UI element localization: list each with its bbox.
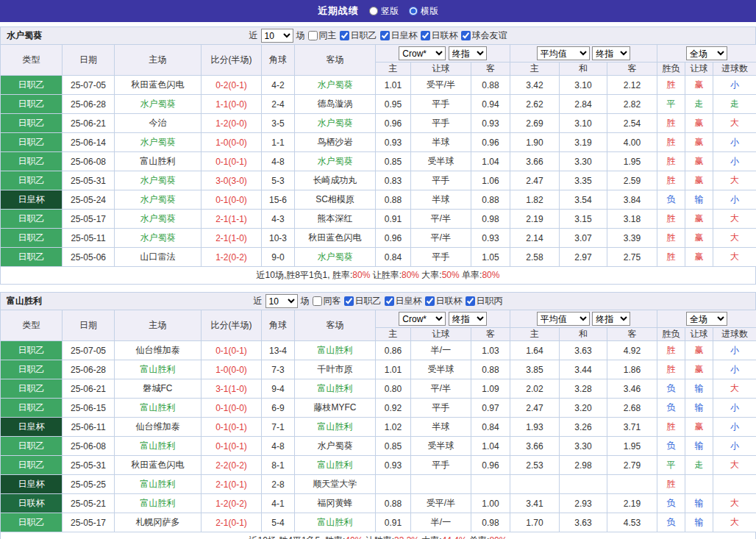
- home-team[interactable]: 水户蜀葵: [115, 95, 202, 114]
- away-team[interactable]: 富山胜利: [295, 379, 376, 399]
- home-team[interactable]: 山口雷法: [115, 248, 202, 267]
- score[interactable]: 2-1(0-1): [202, 513, 262, 532]
- home-team[interactable]: 仙台维加泰: [115, 341, 202, 360]
- filter-checkbox[interactable]: 日皇杯: [380, 29, 418, 42]
- home-team[interactable]: 水户蜀葵: [115, 190, 202, 210]
- avg-odds-select[interactable]: 平均值: [537, 46, 590, 60]
- home-team[interactable]: 水户蜀葵: [115, 229, 202, 248]
- away-team[interactable]: 顺天堂大学: [295, 475, 376, 494]
- score[interactable]: 3-1(1-0): [202, 379, 262, 399]
- away-team[interactable]: 富山胜利: [295, 456, 376, 475]
- filter-checkbox[interactable]: 同客: [313, 295, 341, 307]
- avg-time-select[interactable]: 终指: [592, 312, 630, 326]
- odds-source-select[interactable]: Crow*: [399, 46, 446, 60]
- score[interactable]: 0-2(0-1): [202, 76, 262, 95]
- checkbox-input[interactable]: [421, 31, 430, 40]
- checkbox-input[interactable]: [344, 296, 354, 306]
- home-team[interactable]: 富山胜利: [115, 437, 202, 456]
- score[interactable]: 1-2(0-0): [202, 114, 262, 133]
- checkbox-input[interactable]: [461, 31, 471, 40]
- checkbox-input[interactable]: [385, 296, 394, 306]
- filter-checkbox[interactable]: 球会友谊: [461, 29, 507, 42]
- away-team[interactable]: 水户蜀葵: [295, 152, 376, 171]
- score[interactable]: 0-1(0-1): [202, 437, 262, 456]
- away-team[interactable]: 德岛漩涡: [295, 95, 376, 114]
- score[interactable]: 2-2(0-2): [202, 456, 262, 475]
- away-team[interactable]: 富山胜利: [295, 418, 376, 437]
- home-team[interactable]: 水户蜀葵: [115, 133, 202, 152]
- away-team[interactable]: 鸟栖沙岩: [295, 133, 376, 152]
- away-team[interactable]: 水户蜀葵: [295, 437, 376, 456]
- filter-checkbox[interactable]: 日皇杯: [385, 295, 422, 307]
- filter-checkbox[interactable]: 日职乙: [340, 29, 377, 42]
- home-team[interactable]: 秋田蓝色闪电: [115, 456, 202, 475]
- checkbox-input[interactable]: [380, 31, 390, 40]
- score[interactable]: 1-1(0-0): [202, 95, 262, 114]
- scope-header: 全场: [657, 310, 756, 328]
- goals-result: 大: [713, 513, 756, 532]
- checkbox-input[interactable]: [466, 296, 475, 306]
- home-team[interactable]: 秋田蓝色闪电: [115, 76, 202, 95]
- filter-checkbox[interactable]: 日职乙: [344, 295, 382, 307]
- away-team[interactable]: 富山胜利: [295, 341, 376, 360]
- away-team[interactable]: 水户蜀葵: [295, 114, 376, 133]
- layout-option-horizontal[interactable]: 横版: [409, 5, 438, 18]
- scope-select[interactable]: 全场: [686, 312, 727, 326]
- score[interactable]: 0-1(0-1): [202, 418, 262, 437]
- avg-away: 2.75: [607, 248, 657, 267]
- away-team[interactable]: 藤枝MYFC: [295, 399, 376, 418]
- home-team[interactable]: 富山胜利: [115, 360, 202, 379]
- checkbox-input[interactable]: [340, 31, 349, 40]
- odds-time-select[interactable]: 终指: [449, 312, 487, 326]
- score[interactable]: 2-1(0-1): [202, 475, 262, 494]
- home-team[interactable]: 今治: [115, 114, 202, 133]
- score[interactable]: 1-2(0-2): [202, 248, 262, 267]
- odds-source-select[interactable]: Crow*: [399, 312, 446, 326]
- odds-time-select[interactable]: 终指: [449, 46, 487, 60]
- away-team[interactable]: 秋田蓝色闪电: [295, 229, 376, 248]
- home-team[interactable]: 仙台维加泰: [115, 418, 202, 437]
- score[interactable]: 0-1(0-1): [202, 341, 262, 360]
- away-team[interactable]: 熊本深红: [295, 210, 376, 229]
- layout-option-vertical[interactable]: 竖版: [369, 5, 399, 18]
- away-team[interactable]: 千叶市原: [295, 360, 376, 379]
- away-team[interactable]: 长崎成功丸: [295, 171, 376, 190]
- score[interactable]: 0-1(0-0): [202, 190, 262, 210]
- home-team[interactable]: 水户蜀葵: [115, 171, 202, 190]
- filter-checkbox[interactable]: 同主: [308, 29, 337, 42]
- away-team[interactable]: 水户蜀葵: [295, 248, 376, 267]
- match-count-select[interactable]: 10: [261, 29, 293, 43]
- home-team[interactable]: 富山胜利: [115, 494, 202, 513]
- avg-time-select[interactable]: 终指: [592, 46, 630, 60]
- filter-checkbox[interactable]: 日联杯: [421, 29, 458, 42]
- home-team[interactable]: 札幌冈萨多: [115, 513, 202, 532]
- score[interactable]: 2-1(1-1): [202, 210, 262, 229]
- filter-checkbox[interactable]: 日联杯: [425, 295, 463, 307]
- home-team[interactable]: 富山胜利: [115, 475, 202, 494]
- match-count-select[interactable]: 10: [265, 294, 298, 308]
- checkbox-input[interactable]: [308, 31, 318, 40]
- checkbox-input[interactable]: [313, 296, 322, 306]
- vertical-radio[interactable]: [369, 7, 378, 15]
- away-team[interactable]: 富山胜利: [295, 513, 376, 532]
- home-team[interactable]: 磐城FC: [115, 379, 202, 399]
- score[interactable]: 1-0(0-0): [202, 360, 262, 379]
- home-team[interactable]: 富山胜利: [115, 152, 202, 171]
- score[interactable]: 3-0(3-0): [202, 171, 262, 190]
- scope-select[interactable]: 全场: [686, 46, 727, 60]
- checkbox-input[interactable]: [425, 296, 435, 306]
- score[interactable]: 0-1(0-1): [202, 152, 262, 171]
- score[interactable]: 1-2(0-2): [202, 494, 262, 513]
- avg-home: 2.58: [510, 248, 560, 267]
- away-team[interactable]: 福冈黄蜂: [295, 494, 376, 513]
- home-team[interactable]: 水户蜀葵: [115, 210, 202, 229]
- home-team[interactable]: 富山胜利: [115, 399, 202, 418]
- score[interactable]: 1-0(0-0): [202, 133, 262, 152]
- filter-checkbox[interactable]: 日职丙: [466, 295, 503, 307]
- horizontal-radio[interactable]: [409, 7, 418, 15]
- away-team[interactable]: SC相模原: [295, 190, 376, 210]
- avg-odds-select[interactable]: 平均值: [537, 312, 590, 326]
- score[interactable]: 2-1(1-0): [202, 229, 262, 248]
- score[interactable]: 0-1(0-0): [202, 399, 262, 418]
- away-team[interactable]: 水户蜀葵: [295, 76, 376, 95]
